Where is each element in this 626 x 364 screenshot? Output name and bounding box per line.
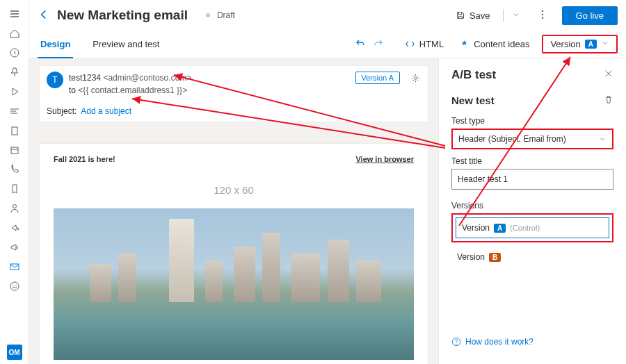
preview-headline: Fall 2021 is here! xyxy=(54,155,115,163)
svg-rect-2 xyxy=(11,147,18,154)
add-subject-link[interactable]: Add a subject xyxy=(81,106,131,116)
phone-icon[interactable] xyxy=(0,160,29,179)
emoji-icon[interactable] xyxy=(0,276,29,296)
version-b-text: Version xyxy=(457,252,485,262)
nav-rail: OM xyxy=(0,0,29,364)
content-ideas-button[interactable]: Content ideas xyxy=(459,39,529,49)
delete-icon[interactable] xyxy=(604,94,613,106)
email-header-block[interactable]: T test1234 <admin@contoso.com> to <{{ co… xyxy=(39,65,428,122)
test-title-input[interactable]: Header test 1 xyxy=(451,169,613,190)
save-chevron[interactable] xyxy=(512,10,520,21)
undo-button[interactable] xyxy=(355,38,366,51)
to-value: <{{ contact.emailaddress1 }}> xyxy=(78,85,187,95)
tab-preview[interactable]: Preview and test xyxy=(90,31,162,58)
version-a-row-box: Version A (Control) xyxy=(451,213,613,242)
subject-label: Subject: xyxy=(47,106,77,116)
ab-test-panel: A/B test New test Test type Header (Subj… xyxy=(438,58,626,364)
sender-avatar: T xyxy=(47,72,63,88)
help-link[interactable]: How does it work? xyxy=(451,337,613,347)
version-label: Version xyxy=(550,39,580,49)
more-button[interactable] xyxy=(537,9,548,22)
panel-subtitle: New test xyxy=(451,94,495,106)
redo-button[interactable] xyxy=(373,38,384,51)
version-selector[interactable]: Version A xyxy=(542,35,618,53)
content-ideas-label: Content ideas xyxy=(474,39,529,49)
page-header: New Marketing email Draft Save Go live xyxy=(29,0,626,31)
svg-point-9 xyxy=(541,13,543,15)
segments-icon[interactable] xyxy=(0,101,29,121)
svg-point-13 xyxy=(456,344,456,345)
page-title: New Marketing email xyxy=(57,8,188,23)
test-type-value: Header (Subject, Email from) xyxy=(458,134,566,144)
share-icon[interactable] xyxy=(0,218,29,238)
from-name: test1234 xyxy=(69,73,101,83)
version-a-badge: A xyxy=(585,40,597,49)
bookmark-icon[interactable] xyxy=(0,179,29,199)
go-live-button[interactable]: Go live xyxy=(562,6,618,25)
status-label: Draft xyxy=(217,10,235,20)
chevron-down-icon xyxy=(598,135,607,143)
clipboard-icon[interactable] xyxy=(0,121,29,140)
email-body-preview[interactable]: Fall 2021 is here! View in browser 120 x… xyxy=(39,143,428,364)
version-b-row[interactable]: Version B xyxy=(451,247,613,267)
play-icon[interactable] xyxy=(0,82,29,101)
to-label: to xyxy=(69,85,76,95)
design-canvas: T test1234 <admin@contoso.com> to <{{ co… xyxy=(29,58,438,364)
svg-point-5 xyxy=(10,282,19,290)
hero-image xyxy=(54,208,414,360)
chevron-down-icon xyxy=(601,39,609,49)
logo-placeholder: 120 x 60 xyxy=(54,184,414,196)
save-label: Save xyxy=(470,10,490,21)
from-address: <admin@contoso.com> xyxy=(103,73,191,83)
home-icon[interactable] xyxy=(0,24,29,43)
hamburger-icon[interactable] xyxy=(0,4,29,24)
version-a-text: Version xyxy=(462,223,490,233)
close-icon[interactable] xyxy=(604,68,613,82)
test-title-label: Test title xyxy=(451,156,613,166)
mail-icon[interactable] xyxy=(0,257,29,276)
panel-title: A/B test xyxy=(451,68,496,82)
megaphone-icon[interactable] xyxy=(0,238,29,257)
recent-icon[interactable] xyxy=(0,43,29,63)
version-a-badge-small: A xyxy=(494,224,506,233)
help-label: How does it work? xyxy=(465,337,533,347)
svg-point-10 xyxy=(541,17,543,18)
svg-rect-4 xyxy=(10,264,19,270)
svg-point-3 xyxy=(13,205,16,208)
svg-rect-1 xyxy=(12,127,17,135)
test-title-value: Header test 1 xyxy=(458,174,508,184)
status-dot xyxy=(206,13,210,17)
svg-point-6 xyxy=(13,285,13,286)
html-label: HTML xyxy=(419,39,444,49)
version-a-pill[interactable]: Version A xyxy=(355,72,400,84)
test-type-select[interactable]: Header (Subject, Email from) xyxy=(451,129,613,149)
editor-toolbar: Design Preview and test HTML Content ide… xyxy=(29,31,626,58)
test-type-label: Test type xyxy=(451,116,613,126)
view-in-browser-link[interactable]: View in browser xyxy=(355,155,414,163)
person-icon[interactable] xyxy=(0,199,29,218)
svg-point-11 xyxy=(415,77,417,80)
tab-design[interactable]: Design xyxy=(38,31,73,58)
save-button[interactable]: Save xyxy=(451,8,495,24)
back-button[interactable] xyxy=(38,8,50,23)
control-label: (Control) xyxy=(510,224,540,232)
version-a-row[interactable]: Version A (Control) xyxy=(456,217,609,238)
versions-label: Versions xyxy=(451,201,613,210)
pin-icon[interactable] xyxy=(0,63,29,82)
gear-icon[interactable] xyxy=(410,73,421,85)
version-b-badge: B xyxy=(489,253,501,262)
calendar-icon[interactable] xyxy=(0,140,29,160)
svg-point-8 xyxy=(541,10,543,11)
html-button[interactable]: HTML xyxy=(405,39,444,49)
svg-point-7 xyxy=(15,285,16,286)
org-badge[interactable]: OM xyxy=(7,345,22,360)
